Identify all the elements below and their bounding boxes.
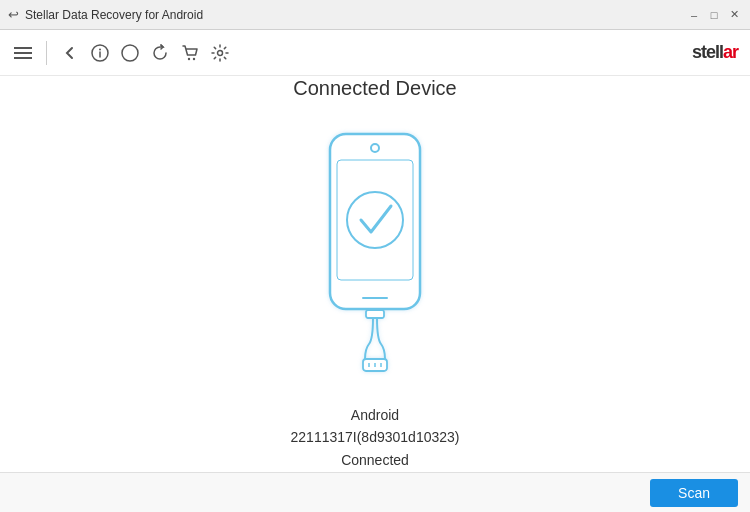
toolbar-left <box>12 41 231 65</box>
close-button[interactable]: ✕ <box>726 7 742 23</box>
toolbar: stellar <box>0 30 750 76</box>
minimize-button[interactable]: – <box>686 7 702 23</box>
refresh-icon[interactable] <box>149 42 171 64</box>
maximize-button[interactable]: □ <box>706 7 722 23</box>
svg-point-6 <box>122 45 138 61</box>
main-content: Connected Device <box>0 76 750 472</box>
svg-point-8 <box>193 57 195 59</box>
stellar-logo: stellar <box>692 42 738 63</box>
svg-point-5 <box>99 48 101 50</box>
svg-point-7 <box>188 57 190 59</box>
title-bar-left: ↩ Stellar Data Recovery for Android <box>8 7 203 22</box>
device-id: 22111317I(8d9301d10323) <box>291 426 460 448</box>
title-bar: ↩ Stellar Data Recovery for Android – □ … <box>0 0 750 30</box>
svg-rect-15 <box>366 310 384 318</box>
toolbar-divider <box>46 41 47 65</box>
svg-point-9 <box>218 50 223 55</box>
device-status: Connected <box>291 449 460 471</box>
circle-icon[interactable] <box>119 42 141 64</box>
bottom-bar: Scan <box>0 472 750 512</box>
settings-icon[interactable] <box>209 42 231 64</box>
device-name: Android <box>291 404 460 426</box>
title-bar-controls: – □ ✕ <box>686 7 742 23</box>
menu-icon[interactable] <box>12 42 34 64</box>
phone-illustration <box>285 124 465 388</box>
svg-point-11 <box>371 144 379 152</box>
page-title: Connected Device <box>293 77 456 100</box>
cart-icon[interactable] <box>179 42 201 64</box>
info-icon[interactable] <box>89 42 111 64</box>
scan-button[interactable]: Scan <box>650 479 738 507</box>
back-icon[interactable] <box>59 42 81 64</box>
app-icon: ↩ <box>8 7 19 22</box>
app-title: Stellar Data Recovery for Android <box>25 8 203 22</box>
svg-point-13 <box>347 192 403 248</box>
device-info: Android 22111317I(8d9301d10323) Connecte… <box>291 404 460 471</box>
